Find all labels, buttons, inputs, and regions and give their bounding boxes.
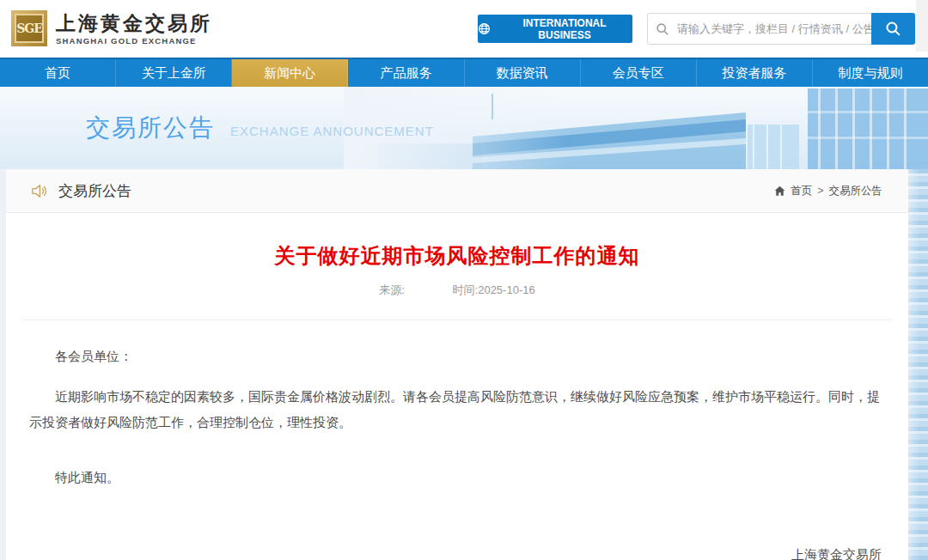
nav-item-members[interactable]: 会员专区 [581,59,697,87]
logo-name-en: SHANGHAI GOLD EXCHANGE [56,36,212,46]
main-nav: 首页 关于上金所 新闻中心 产品服务 数据资讯 会员专区 投资者服务 制度与规则 [0,58,928,87]
breadcrumb-separator: > [817,185,823,197]
section-title: 交易所公告 [58,181,131,201]
content-area: 交易所公告 首页 > 交易所公告 关于做好近期市场风险控制工作的通知 来源: 时… [0,169,928,560]
sge-logo[interactable]: SGE 上海黄金交易所 SHANGHAI GOLD EXCHANGE [11,10,212,46]
search-box [647,13,915,45]
international-business-button[interactable]: INTERNATIONAL BUSINESS [478,15,632,43]
search-icon [648,14,677,44]
globe-icon [478,22,491,35]
article: 关于做好近期市场风险控制工作的通知 来源: 时间:2025-10-16 各会员单… [6,213,908,560]
article-closing: 特此通知。 [29,465,885,490]
international-business-label: INTERNATIONAL BUSINESS [497,17,632,41]
seal-text: SGE [16,21,42,35]
site-header: SGE 上海黄金交易所 SHANGHAI GOLD EXCHANGE INTER… [0,0,928,58]
sge-seal-icon: SGE [11,10,47,46]
announcement-card: 交易所公告 首页 > 交易所公告 关于做好近期市场风险控制工作的通知 来源: 时… [6,169,908,560]
article-divider [21,320,893,320]
home-icon [774,186,785,197]
banner-titles: 交易所公告 EXCHANGE ANNOUNCEMENT [86,112,434,144]
speaker-icon [30,182,48,200]
article-meta: 来源: 时间:2025-10-16 [19,283,895,298]
window-edge [916,0,928,52]
logo-name-cn: 上海黄金交易所 [56,12,212,34]
search-input[interactable] [677,14,872,44]
nav-item-home[interactable]: 首页 [0,59,116,87]
building-strip-decoration [908,169,928,560]
article-greeting: 各会员单位： [29,344,885,369]
nav-item-rules[interactable]: 制度与规则 [813,59,928,87]
nav-item-investor-services[interactable]: 投资者服务 [697,59,813,87]
nav-item-news-center[interactable]: 新闻中心 [232,59,348,87]
article-source-label: 来源: [379,283,405,296]
nav-item-products[interactable]: 产品服务 [348,59,464,87]
article-body: 近期影响市场不稳定的因素较多，国际贵金属价格波动剧烈。请各会员提高风险防范意识，… [29,384,885,435]
breadcrumb-home[interactable]: 首页 [791,184,812,198]
breadcrumb: 首页 > 交易所公告 [774,184,882,198]
nav-item-data[interactable]: 数据资讯 [465,59,581,87]
nav-item-about[interactable]: 关于上金所 [116,59,232,87]
breadcrumb-current[interactable]: 交易所公告 [829,184,883,198]
article-title: 关于做好近期市场风险控制工作的通知 [19,242,895,270]
card-header: 交易所公告 首页 > 交易所公告 [6,169,908,213]
article-time: 时间:2025-10-16 [453,283,535,296]
search-button[interactable] [871,13,915,45]
logo-names: 上海黄金交易所 SHANGHAI GOLD EXCHANGE [56,12,212,46]
banner-title-cn: 交易所公告 [86,112,215,144]
article-signature: 上海黄金交易所 [19,547,895,560]
banner-title-en: EXCHANGE ANNOUNCEMENT [230,124,434,138]
section-banner: 交易所公告 EXCHANGE ANNOUNCEMENT [0,87,928,169]
search-button-icon [885,21,901,37]
